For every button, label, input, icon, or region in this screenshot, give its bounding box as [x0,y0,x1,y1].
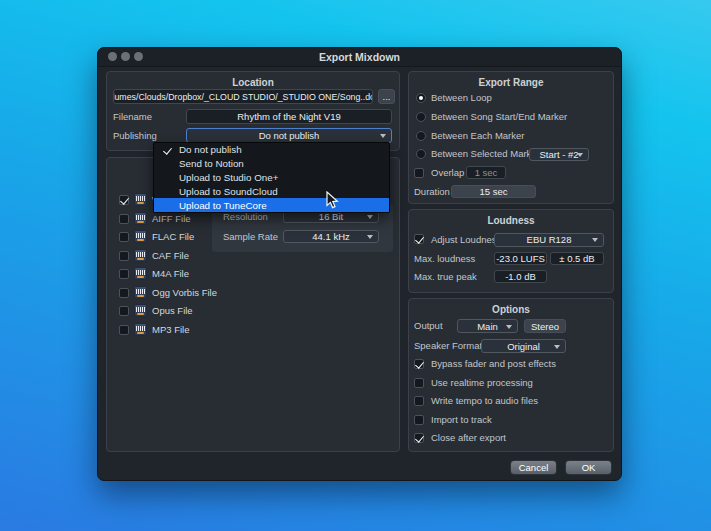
output-label: Output [414,319,443,333]
max-loudness-field[interactable]: -23.0 LUFS [494,252,547,265]
file-format-row[interactable]: M4A File [98,265,392,283]
export-mixdown-dialog: Export Mixdown Location /Volumes/Clouds/… [97,47,622,481]
aiff-file-checkbox[interactable] [119,214,129,224]
overlap-field[interactable]: 1 sec [466,166,506,179]
waveform-icon [134,304,147,317]
radio-row[interactable]: Between Song Start/End Marker [98,110,614,124]
radio-row[interactable]: Between Loop [98,91,614,105]
radio-label: Between Loop [431,91,492,105]
marker-range-value: Start - #2 [539,149,578,160]
file-format-label: Opus File [152,302,193,320]
write-tempo-checkbox[interactable] [414,396,424,406]
between-each-marker-radio[interactable] [416,131,426,141]
m4a-file-checkbox[interactable] [119,269,129,279]
option-label: Write tempo to audio files [431,394,538,408]
adjust-loudness-checkbox[interactable] [414,234,424,244]
radio-label: Between Song Start/End Marker [431,110,567,124]
mp3-file-checkbox[interactable] [119,325,129,335]
waveform-icon [134,249,147,262]
waveform-icon [134,286,147,299]
max-true-peak-label: Max. true peak [414,270,477,284]
export-range-header: Export Range [409,77,613,88]
waveform-icon [134,323,147,336]
menu-item-upload-studio-one[interactable]: Upload to Studio One+ [154,171,389,185]
realtime-processing-checkbox[interactable] [414,378,424,388]
radio-label: Between Each Marker [431,129,524,143]
speaker-format-dropdown[interactable]: Original [481,339,566,353]
between-selected-markers-radio[interactable] [416,149,426,159]
waveform-icon [134,212,147,225]
speaker-format-label: Speaker Format [414,339,482,353]
waveform-icon [134,230,147,243]
file-format-label: Ogg Vorbis File [152,284,217,302]
overlap-checkbox[interactable] [414,168,424,178]
cancel-button[interactable]: Cancel [510,460,557,475]
option-row[interactable]: Close after export [98,431,614,445]
loudness-mode-value: EBU R128 [527,234,572,245]
duration-field[interactable]: 15 sec [451,185,536,198]
check-icon [163,145,172,154]
option-label: Import to track [431,413,492,427]
loudness-tolerance-field[interactable]: ± 0.5 dB [550,252,604,265]
sample-rate-label: Sample Rate [223,230,278,244]
file-format-row[interactable]: Ogg Vorbis File [98,284,392,302]
option-label: Bypass fader and post effects [431,357,556,371]
import-to-track-checkbox[interactable] [414,415,424,425]
opus-file-checkbox[interactable] [119,306,129,316]
loudness-header: Loudness [409,215,613,226]
menu-item-upload-tunecore[interactable]: Upload to TuneCore [154,198,389,212]
wave-file-checkbox[interactable] [119,195,129,205]
marker-range-dropdown[interactable]: Start - #2 [529,148,589,161]
option-label: Close after export [431,431,506,445]
close-after-export-checkbox[interactable] [414,433,424,443]
menu-item-label: Upload to TuneCore [179,200,267,211]
publishing-menu: Do not publish Send to Notion Upload to … [153,142,390,213]
speaker-format-value: Original [507,341,540,352]
output-dropdown[interactable]: Main [457,319,518,333]
loudness-mode-dropdown[interactable]: EBU R128 [494,233,604,247]
option-row[interactable]: Write tempo to audio files [98,394,614,408]
option-row[interactable]: Bypass fader and post effects [98,357,614,371]
file-format-label: MP3 File [152,321,189,339]
title-bar[interactable]: Export Mixdown [98,48,621,67]
option-row[interactable]: Import to track [98,413,614,427]
flac-file-checkbox[interactable] [119,232,129,242]
option-row[interactable]: Use realtime processing [98,376,614,390]
desktop-background: Export Mixdown Location /Volumes/Clouds/… [0,0,711,531]
menu-item-send-to-notion[interactable]: Send to Notion [154,157,389,171]
option-label: Use realtime processing [431,376,533,390]
duration-label: Duration [414,185,450,199]
sample-rate-dropdown[interactable]: 44.1 kHz [283,230,379,243]
menu-item-label: Upload to Studio One+ [179,172,278,183]
radio-row[interactable]: Between Each Marker [98,129,614,143]
between-song-marker-radio[interactable] [416,112,426,122]
ogg-vorbis-file-checkbox[interactable] [119,288,129,298]
menu-item-label: Send to Notion [179,158,244,169]
ok-button[interactable]: OK [565,460,612,475]
menu-item-do-not-publish[interactable]: Do not publish [154,143,389,157]
mouse-cursor [326,191,339,210]
waveform-icon [134,193,147,206]
caf-file-checkbox[interactable] [119,251,129,261]
file-format-row[interactable]: MP3 File [98,321,392,339]
max-true-peak-field[interactable]: -1.0 dB [494,270,547,283]
adjust-loudness-label: Adjust Loudness [431,233,501,247]
location-header: Location [107,77,399,88]
between-loop-radio[interactable] [416,93,426,103]
file-format-label: M4A File [152,265,189,283]
overlap-label: Overlap [431,166,464,180]
radio-label: Between Selected Markers [431,147,545,161]
bypass-fader-checkbox[interactable] [414,359,424,369]
menu-item-label: Do not publish [179,144,242,155]
menu-item-upload-soundcloud[interactable]: Upload to SoundCloud [154,184,389,198]
channel-mode-button[interactable]: Stereo [524,319,566,333]
waveform-icon [134,267,147,280]
file-format-row[interactable]: Opus File [98,302,392,320]
output-value: Main [477,321,498,332]
options-header: Options [409,304,613,315]
file-format-label: CAF File [152,247,189,265]
sample-rate-value: 44.1 kHz [312,231,350,242]
max-loudness-label: Max. loudness [414,252,475,266]
file-format-label: FLAC File [152,228,194,246]
window-title: Export Mixdown [98,48,621,66]
